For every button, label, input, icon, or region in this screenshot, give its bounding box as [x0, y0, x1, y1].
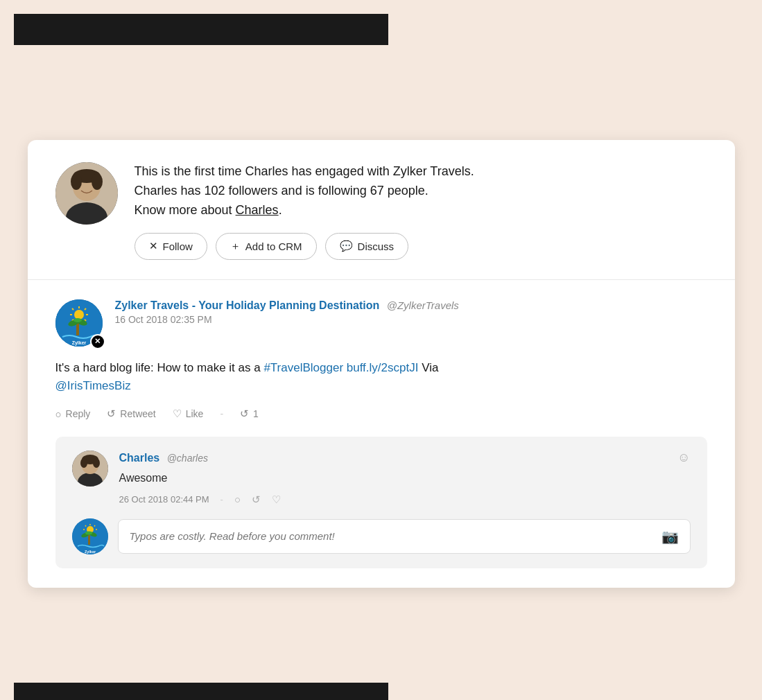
reply-comment-icon[interactable]: ○: [234, 493, 241, 505]
svg-line-9: [85, 308, 86, 310]
comment-input-row: Zylker 📷: [72, 518, 691, 554]
svg-point-18: [73, 318, 82, 322]
tweet-author-line: Zylker Travels - Your Holiday Planning D…: [115, 299, 707, 312]
profile-info: This is the first time Charles has engag…: [135, 162, 707, 260]
reply-handle: @charles: [167, 453, 208, 464]
svg-line-12: [72, 308, 73, 310]
retweet-count-display: ↺ 1: [240, 408, 259, 420]
reply-footer: 26 Oct 2018 02:44 PM - ○ ↺ ♡: [119, 493, 691, 506]
tweet-link[interactable]: buff.ly/2scptJI: [347, 361, 419, 374]
svg-line-31: [85, 525, 86, 527]
black-bar-bottom: [14, 683, 388, 700]
svg-point-4: [71, 173, 82, 190]
svg-rect-15: [76, 323, 79, 335]
svg-point-5: [92, 173, 103, 190]
like-button[interactable]: ♡ Like: [173, 408, 204, 420]
reply-comment: Charles @charles ☺ Awesome 26 Oct 2018 0…: [72, 450, 691, 505]
tweet-hashtag[interactable]: #TravelBlogger: [263, 361, 343, 374]
tweet-date: 16 Oct 2018 02:35 PM: [115, 314, 707, 325]
reply-box: Charles @charles ☺ Awesome 26 Oct 2018 0…: [55, 437, 707, 568]
action-buttons: ✕ Follow ＋ Add to CRM 💬 Discuss: [135, 233, 707, 260]
sentiment-icon[interactable]: ☺: [677, 450, 690, 465]
comment-input[interactable]: [130, 530, 656, 542]
avatar: [55, 162, 118, 225]
reply-icon: ○: [55, 408, 62, 420]
reply-date: 26 Oct 2018 02:44 PM: [119, 494, 209, 505]
tweet-actions: ○ Reply ↺ Retweet ♡ Like - ↺ 1: [55, 408, 707, 420]
svg-point-24: [80, 458, 87, 468]
reply-header: Charles @charles ☺: [119, 450, 691, 465]
svg-line-29: [94, 525, 95, 527]
reply-avatar: [72, 450, 108, 487]
tweet-author-name: Zylker Travels - Your Holiday Planning D…: [115, 299, 380, 311]
tweet-author-handle: @ZylkerTravels: [387, 299, 459, 311]
tweet-header: Zylker ✕ Zylker Travels - Your Holiday P…: [55, 299, 707, 347]
camera-icon[interactable]: 📷: [661, 528, 679, 545]
tweet-section: Zylker ✕ Zylker Travels - Your Holiday P…: [28, 280, 735, 437]
reply-retweet-icon[interactable]: ↺: [252, 493, 261, 506]
reply-heart-icon[interactable]: ♡: [272, 493, 281, 506]
svg-text:Zylker: Zylker: [84, 550, 96, 554]
main-card: This is the first time Charles has engag…: [28, 140, 735, 588]
separator: -: [220, 408, 223, 419]
svg-point-7: [74, 310, 84, 320]
charles-link[interactable]: Charles: [236, 203, 279, 217]
discuss-button[interactable]: 💬 Discuss: [325, 233, 409, 260]
retweet-icon: ↺: [107, 408, 116, 420]
tweet-body: It's a hard blog life: How to make it as…: [55, 359, 707, 396]
reply-author-line: Charles @charles: [119, 452, 209, 464]
tweet-mention[interactable]: @IrisTimesBiz: [55, 379, 131, 392]
tweet-meta: Zylker Travels - Your Holiday Planning D…: [115, 299, 707, 325]
reply-sep: -: [220, 494, 223, 505]
comment-brand-avatar: Zylker: [72, 518, 108, 554]
outer-wrapper: This is the first time Charles has engag…: [14, 14, 748, 700]
reply-author-name: Charles: [119, 452, 160, 464]
svg-point-36: [85, 531, 92, 534]
twitter-x-icon: ✕: [149, 240, 158, 252]
reply-text: Awesome: [119, 471, 691, 486]
discuss-icon: 💬: [340, 240, 353, 252]
twitter-badge: ✕: [90, 334, 105, 349]
black-bar-top: [14, 14, 388, 45]
svg-rect-33: [88, 535, 90, 545]
brand-avatar-wrapper: Zylker ✕: [55, 299, 103, 347]
comment-input-wrapper: 📷: [118, 519, 691, 554]
follow-button[interactable]: ✕ Follow: [135, 233, 207, 260]
reply-content: Charles @charles ☺ Awesome 26 Oct 2018 0…: [119, 450, 691, 505]
reply-button[interactable]: ○ Reply: [55, 408, 91, 420]
svg-text:Zylker: Zylker: [71, 340, 86, 346]
add-to-crm-button[interactable]: ＋ Add to CRM: [216, 233, 317, 260]
svg-point-25: [93, 458, 100, 468]
plus-icon: ＋: [230, 240, 241, 253]
heart-icon: ♡: [173, 408, 182, 420]
profile-description: This is the first time Charles has engag…: [135, 162, 707, 220]
profile-section: This is the first time Charles has engag…: [28, 140, 735, 280]
retweet-button[interactable]: ↺ Retweet: [107, 408, 155, 420]
retweet-count-icon: ↺: [240, 408, 249, 420]
